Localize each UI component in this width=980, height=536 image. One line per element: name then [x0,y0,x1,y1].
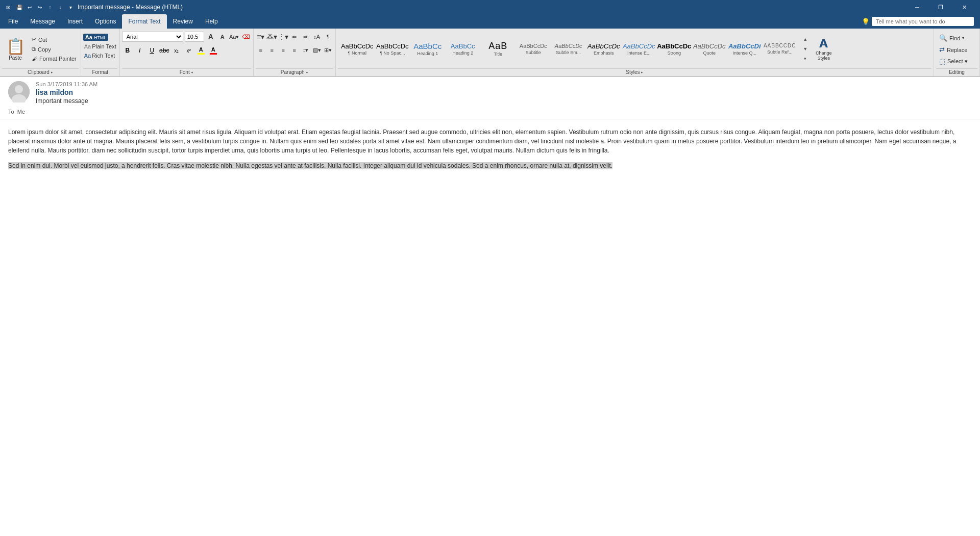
email-to-line: To Me [8,109,972,115]
bullets-button[interactable]: ≡▾ [256,32,266,42]
change-styles-button[interactable]: 𝗔 Change Styles [811,31,837,67]
strikethrough-button[interactable]: abc [159,45,170,56]
style-emphasis[interactable]: AaBbCcDc Emphasis [586,34,621,64]
style-heading2[interactable]: AaBbCc Heading 2 [446,34,480,64]
plain-text-button[interactable]: Aa Plain Text [83,43,117,50]
paste-icon: 📋 [6,37,25,55]
borders-button[interactable]: ⊞▾ [323,45,333,55]
menu-options[interactable]: Options [89,14,122,29]
app-icon: ✉ [4,3,12,11]
email-highlighted-text: Sed in enim dui. Morbi vel euismod justo… [8,162,612,169]
replace-icon: ⇄ [939,46,945,54]
sender-avatar [8,81,30,103]
save-icon[interactable]: 💾 [15,3,23,11]
clipboard-group-label[interactable]: Clipboard ⬧ [2,68,79,76]
multilevel-button[interactable]: ⋮▾ [278,32,288,42]
italic-button[interactable]: I [134,45,145,56]
restore-button[interactable]: ❐ [929,0,952,14]
align-right-button[interactable]: ≡ [278,45,288,55]
highlight-color-button[interactable]: A [195,45,207,56]
style-normal[interactable]: AaBbCcDc ¶ Normal [340,34,375,64]
change-styles-icon: 𝗔 [819,37,828,50]
minimize-button[interactable]: ─ [905,0,929,14]
numbering-button[interactable]: ⁂▾ [267,32,277,42]
font-size-increase-button[interactable]: A [206,32,216,42]
styles-group-label[interactable]: Styles ⬧ [338,68,932,76]
style-intense-quote[interactable]: AaBbCcDi Intense Q... [727,34,762,64]
style-title[interactable]: AaB Title [481,34,516,64]
style-intense-emphasis[interactable]: AaBbCcDc Intense E... [622,34,656,64]
superscript-button[interactable]: x² [183,45,194,56]
font-group-label[interactable]: Font ⬧ [122,68,251,76]
editing-group-label[interactable]: Editing [936,68,977,76]
style-subtle-reference[interactable]: AaBbCcDc Subtle Ref... [763,34,797,64]
style-subtitle[interactable]: AaBbCcDc Subtitle [516,34,551,64]
menu-file[interactable]: File [2,14,24,29]
style-quote[interactable]: AaBbCcDc Quote [692,34,727,64]
gallery-scroll-up[interactable]: ▲ [801,35,810,44]
font-color-letter: A [211,46,215,53]
font-color-button[interactable]: A [208,45,219,56]
increase-indent-button[interactable]: ⇒ [301,32,311,42]
rich-text-icon: Aa [84,53,91,59]
tell-me-input[interactable] [872,17,974,26]
email-paragraph-2: Sed in enim dui. Morbi vel euismod justo… [8,161,972,170]
replace-button[interactable]: ⇄ Replace [936,44,970,55]
rich-text-button[interactable]: Aa Rich Text [83,52,116,59]
copy-button[interactable]: ⧉ Copy [30,45,79,54]
highlight-color-bar [198,53,205,55]
style-no-space[interactable]: AaBbCcDc ¶ No Spac... [375,34,410,64]
plain-text-icon: Aa [84,43,91,49]
email-meta: Sun 3/17/2019 11:36 AM lisa mildon Impor… [8,81,972,105]
title-quick-access: 💾 ↩ ↪ ↑ ↓ ▾ [15,3,75,11]
bold-button[interactable]: B [122,45,133,56]
sort-button[interactable]: ↕A [312,32,322,42]
show-hide-button[interactable]: ¶ [323,32,333,42]
window-title: Important message - Message (HTML) [78,4,183,11]
shading-button[interactable]: ▨▾ [312,45,322,55]
font-size-decrease-button[interactable]: A [217,32,228,42]
find-dropdown-icon: ▾ [962,36,964,40]
gallery-more[interactable]: ▾ [801,54,810,63]
format-group-label[interactable]: Format [83,68,117,76]
undo-icon[interactable]: ↩ [26,3,34,11]
cut-button[interactable]: ✂ Cut [30,35,79,44]
down-icon[interactable]: ↓ [56,3,64,11]
redo-icon[interactable]: ↪ [36,3,44,11]
align-left-button[interactable]: ≡ [256,45,266,55]
select-button[interactable]: ⬚ Select ▾ [936,56,971,67]
format-top-row: Aa HTML [83,34,109,41]
menu-bar: File Message Insert Options Format Text … [0,14,855,29]
menu-message[interactable]: Message [24,14,61,29]
clear-formatting-button[interactable]: ⌫ [241,32,251,42]
find-icon: 🔍 [939,34,947,42]
decrease-indent-button[interactable]: ⇐ [289,32,300,42]
subscript-button[interactable]: x₂ [171,45,182,56]
menu-format-text[interactable]: Format Text [122,14,166,29]
style-heading1[interactable]: AaBbCc Heading 1 [410,34,445,64]
close-button[interactable]: ✕ [952,0,976,14]
more-icon[interactable]: ▾ [66,3,75,11]
up-icon[interactable]: ↑ [46,3,54,11]
style-subtle-emphasis[interactable]: AaBbCcDc Subtle Em... [551,34,586,64]
font-row1: Arial A A Aa▾ ⌫ [122,31,251,43]
email-info: Sun 3/17/2019 11:36 AM lisa mildon Impor… [36,81,972,105]
editing-group: 🔍 Find ▾ ⇄ Replace ⬚ Select ▾ Editing [934,29,980,76]
align-center-button[interactable]: ≡ [267,45,277,55]
style-strong[interactable]: AaBbCcDc Strong [657,34,692,64]
menu-review[interactable]: Review [167,14,199,29]
gallery-scroll-down[interactable]: ▼ [801,44,810,54]
format-painter-button[interactable]: 🖌 Format Painter [30,55,79,63]
menu-help[interactable]: Help [199,14,224,29]
underline-button[interactable]: U [146,45,158,56]
find-button[interactable]: 🔍 Find ▾ [936,33,967,43]
paragraph-group-label[interactable]: Paragraph ⬧ [256,68,333,76]
paste-button[interactable]: 📋 Paste [2,31,29,67]
menu-insert[interactable]: Insert [61,14,89,29]
font-family-select[interactable]: Arial [122,32,183,42]
line-spacing-button[interactable]: ↕▾ [301,45,311,55]
change-case-button[interactable]: Aa▾ [229,32,239,42]
font-size-input[interactable] [185,32,204,42]
html-button[interactable]: Aa HTML [83,34,109,41]
justify-button[interactable]: ≡ [289,45,300,55]
